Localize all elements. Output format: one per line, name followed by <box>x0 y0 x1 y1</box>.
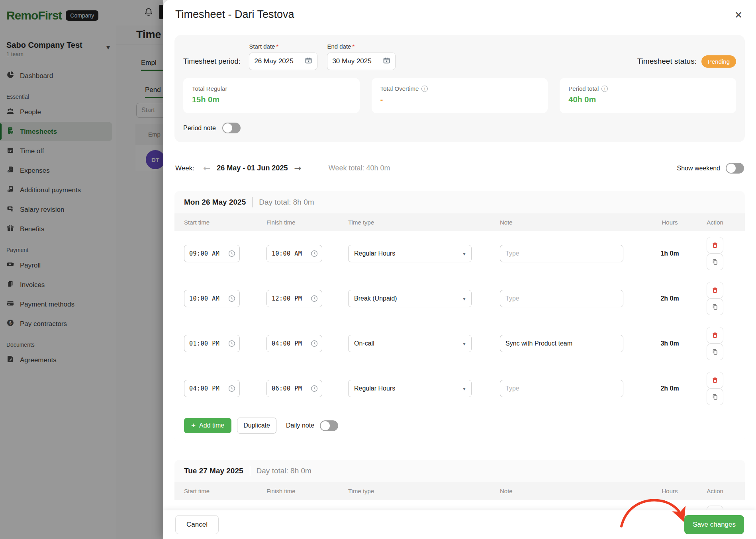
delete-row-button[interactable] <box>707 237 723 254</box>
table-header: Start time Finish time Time type Note Ho… <box>174 482 745 500</box>
week-total: Week total: 40h 0m <box>329 164 390 172</box>
period-note-label: Period note <box>183 125 216 132</box>
row-hours: 3h 0m <box>660 340 679 347</box>
row-hours: 2h 0m <box>660 295 679 302</box>
copy-row-button[interactable] <box>707 254 723 270</box>
plus-icon: + <box>191 423 196 428</box>
daily-note-toggle[interactable] <box>320 420 338 431</box>
table-row: 01:00 PM 04:00 PM On-call▾ 3h 0m <box>174 321 745 366</box>
duplicate-button[interactable]: Duplicate <box>237 418 276 434</box>
day-title: Mon 26 May 2025 <box>184 198 246 207</box>
table-row: 04:00 PM 06:00 PM Regular Hours▾ 2h 0m <box>174 366 745 411</box>
period-total-value: 40h 0m <box>568 95 727 104</box>
finish-time-input[interactable]: 10:00 AM <box>266 245 322 262</box>
timesheet-summary-panel: Timesheet period: Start date* 26 May 202… <box>174 35 745 142</box>
period-note-toggle[interactable] <box>222 123 241 133</box>
finish-time-input[interactable]: 04:00 PM <box>266 335 322 352</box>
close-icon[interactable]: ✕ <box>731 8 746 22</box>
show-weekend-label: Show weekend <box>677 165 720 172</box>
day-total: Day total: 8h 0m <box>257 467 311 475</box>
total-overtime-value: - <box>380 95 539 104</box>
timesheet-modal: Timesheet - Dari Testova ✕ Timesheet per… <box>163 0 756 539</box>
note-input[interactable] <box>500 380 623 397</box>
start-time-input[interactable]: 10:00 AM <box>184 290 240 307</box>
time-type-select[interactable]: Break (Unpaid)▾ <box>348 290 472 307</box>
info-icon: i <box>421 86 428 92</box>
time-type-select[interactable]: Regular Hours▾ <box>348 380 472 397</box>
app-background: RemoFirst Company Sabo Company Test 1 te… <box>0 0 163 539</box>
timesheet-status-label: Timesheet status: <box>637 57 697 66</box>
start-time-input[interactable]: 09:00 AM <box>184 245 240 262</box>
modal-backdrop[interactable] <box>0 0 163 539</box>
time-type-select[interactable]: Regular Hours▾ <box>348 245 472 262</box>
note-input[interactable] <box>500 335 623 352</box>
delete-row-button[interactable] <box>707 282 723 299</box>
caret-down-icon: ▾ <box>463 250 466 257</box>
delete-row-button[interactable] <box>707 372 723 389</box>
timesheet-period-label: Timesheet period: <box>183 57 240 66</box>
table-header: Start time Finish time Time type Note Ho… <box>174 213 745 231</box>
total-regular-value: 15h 0m <box>192 95 351 104</box>
row-hours: 1h 0m <box>660 250 679 257</box>
show-weekend-toggle[interactable] <box>726 163 744 174</box>
day-title: Tue 27 May 2025 <box>184 467 243 475</box>
calendar-icon <box>305 57 312 66</box>
total-overtime-card: Total Overtimei - <box>372 78 548 113</box>
period-total-card: Period totali 40h 0m <box>560 78 736 113</box>
finish-time-input[interactable]: 06:00 PM <box>266 380 322 397</box>
start-time-input[interactable]: 01:00 PM <box>184 335 240 352</box>
copy-row-button[interactable] <box>707 389 723 405</box>
delete-row-button[interactable] <box>707 327 723 344</box>
start-date-input[interactable]: 26 May 2025 <box>249 53 317 70</box>
table-row: 09:00 AM 10:00 AM Regular Hours▾ 1h 0m <box>174 231 745 276</box>
modal-title: Timesheet - Dari Testova <box>175 8 294 21</box>
note-input[interactable] <box>500 290 623 307</box>
caret-down-icon: ▾ <box>463 340 466 347</box>
caret-down-icon: ▾ <box>463 385 466 392</box>
add-time-button[interactable]: +Add time <box>184 418 231 433</box>
required-star: * <box>276 43 278 50</box>
finish-time-input[interactable]: 12:00 PM <box>266 290 322 307</box>
week-range: 26 May - 01 Jun 2025 <box>217 164 288 172</box>
save-changes-button[interactable]: Save changes <box>684 515 744 534</box>
time-type-select[interactable]: On-call▾ <box>348 335 472 352</box>
end-date-label: End date* <box>327 43 396 50</box>
start-time-input[interactable]: 04:00 PM <box>184 380 240 397</box>
modal-footer: Cancel Save changes <box>163 510 756 539</box>
row-hours: 2h 0m <box>660 385 679 392</box>
cancel-button[interactable]: Cancel <box>175 515 219 534</box>
previous-week-icon[interactable]: ← <box>201 163 213 173</box>
copy-row-button[interactable] <box>707 344 723 360</box>
next-week-icon[interactable]: → <box>292 163 304 173</box>
divider <box>250 466 250 476</box>
daily-note-label: Daily note <box>286 422 314 429</box>
day-section-monday: Mon 26 May 2025 Day total: 8h 0m Start t… <box>174 191 745 442</box>
day-total: Day total: 8h 0m <box>259 198 314 207</box>
status-badge: Pending <box>701 55 736 68</box>
total-regular-card: Total Regular 15h 0m <box>183 78 360 113</box>
copy-row-button[interactable] <box>707 299 723 315</box>
required-star: * <box>352 43 354 50</box>
table-row: 10:00 AM 12:00 PM Break (Unpaid)▾ 2h 0m <box>174 276 745 321</box>
week-label: Week: <box>175 164 194 172</box>
calendar-icon <box>383 57 390 66</box>
start-date-label: Start date* <box>249 43 317 50</box>
end-date-input[interactable]: 30 May 2025 <box>327 53 396 70</box>
note-input[interactable] <box>500 245 623 262</box>
info-icon: i <box>601 86 608 92</box>
caret-down-icon: ▾ <box>463 295 466 302</box>
divider <box>252 197 253 207</box>
